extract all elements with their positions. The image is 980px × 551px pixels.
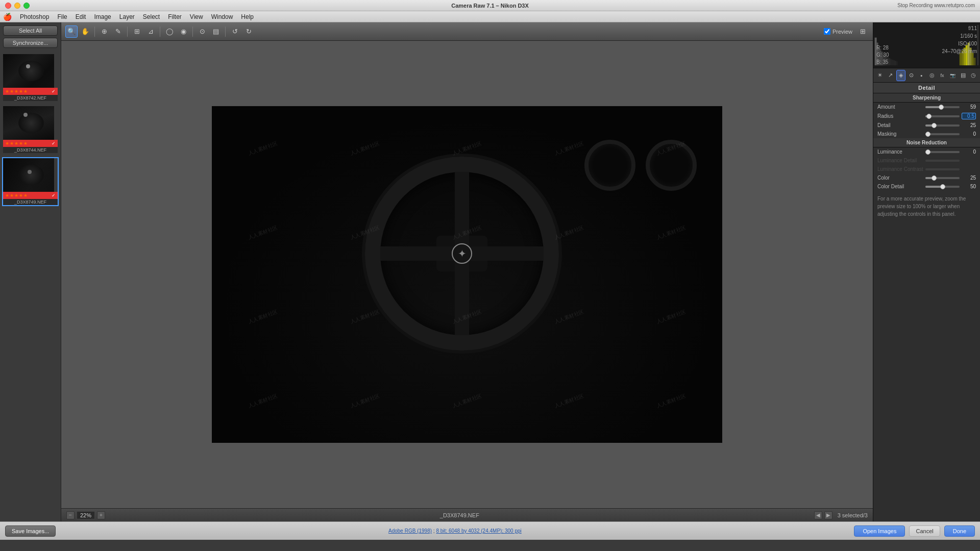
white-balance-button[interactable]: ⊕ <box>98 26 110 38</box>
film-thumbnail-2 <box>3 158 54 192</box>
menu-edit[interactable]: Edit <box>71 12 90 21</box>
next-image-button[interactable]: ▶ <box>824 511 832 519</box>
color-detail-thumb[interactable] <box>940 184 945 189</box>
film-label-0: _D3X8742.NEF <box>3 95 58 101</box>
adj-brush-button[interactable]: ⊙ <box>196 26 208 38</box>
color-row: Color 25 <box>873 173 980 182</box>
film-item-2[interactable]: ★ ★ ★ ★ ★ ✓ _D3X8749.NEF <box>2 157 59 206</box>
main-preview-image: ✦ 人人素材社区 人人素材社区 人人素材社区 人人素材社区 人人素材社区 <box>212 106 722 443</box>
gauge-cluster <box>584 140 697 191</box>
star: ★ <box>5 141 9 146</box>
maximize-button[interactable] <box>23 3 30 9</box>
preview-label[interactable]: Preview <box>824 28 852 35</box>
zoom-out-button[interactable]: − <box>66 511 75 519</box>
menu-view[interactable]: View <box>186 12 207 21</box>
basic-panel-icon[interactable]: ☀ <box>875 70 885 81</box>
color-thumb[interactable] <box>932 176 937 181</box>
filename-display: _D3X8749.NEF <box>110 512 809 518</box>
split-tone-icon[interactable]: ▪ <box>917 70 926 81</box>
color-sampler-button[interactable]: ✎ <box>112 26 124 38</box>
detail-panel-icon[interactable]: ◈ <box>896 70 905 81</box>
film-thumbnail-0 <box>3 54 54 88</box>
amount-thumb[interactable] <box>939 105 944 110</box>
apple-menu[interactable]: 🍎 <box>3 13 12 21</box>
rotate-ccw-button[interactable]: ↺ <box>229 26 241 38</box>
color-slider[interactable] <box>925 177 960 179</box>
cancel-button[interactable]: Cancel <box>909 525 940 537</box>
menu-layer[interactable]: Layer <box>115 12 139 21</box>
stars-row-2: ★ ★ ★ ★ ★ <box>5 193 28 198</box>
menu-filter[interactable]: Filter <box>164 12 186 21</box>
tone-curve-icon[interactable]: ↗ <box>886 70 895 81</box>
hand-tool-button[interactable]: ✋ <box>79 26 91 38</box>
done-button[interactable]: Done <box>944 525 975 537</box>
window-title: Camera Raw 7.1 – Nikon D3X <box>451 3 529 9</box>
grad-filter-button[interactable]: ▤ <box>210 26 222 38</box>
star: ★ <box>23 193 28 198</box>
canvas-area[interactable]: ✦ 人人素材社区 人人素材社区 人人素材社区 人人素材社区 人人素材社区 <box>61 41 873 508</box>
camera-cal-icon[interactable]: 📷 <box>948 70 957 81</box>
luminance-slider[interactable] <box>925 151 960 153</box>
amount-slider[interactable] <box>925 106 960 108</box>
detail-slider[interactable] <box>925 124 960 127</box>
detail-label: Detail <box>877 122 923 128</box>
stars-row-1: ★ ★ ★ ★ ★ <box>5 141 28 146</box>
menu-image[interactable]: Image <box>90 12 115 21</box>
color-value: 25 <box>962 175 976 181</box>
menu-window[interactable]: Window <box>207 12 237 21</box>
crop-button[interactable]: ⊞ <box>131 26 143 38</box>
shutter-value: 1/160 s <box>942 32 977 40</box>
preview-checkbox[interactable] <box>824 28 830 35</box>
color-profile-link[interactable]: Adobe RGB (1998) <box>388 528 432 534</box>
zoom-input[interactable] <box>77 511 95 519</box>
radius-thumb[interactable] <box>926 114 932 119</box>
select-all-button[interactable]: Select All <box>3 26 58 36</box>
fullscreen-button[interactable]: ⊞ <box>856 26 869 38</box>
stars-row-0: ★ ★ ★ ★ ★ <box>5 89 28 94</box>
toolbar: 🔍 ✋ ⊕ ✎ ⊞ ⊿ ◯ ◉ ⊙ ▤ ↺ ↻ <box>61 22 873 41</box>
open-images-button[interactable]: Open Images <box>854 525 905 537</box>
synchronize-button[interactable]: Synchronize... <box>3 38 58 48</box>
preview-text: Preview <box>832 29 852 35</box>
hsl-icon[interactable]: ⊙ <box>906 70 916 81</box>
save-images-button[interactable]: Save Images... <box>5 525 56 537</box>
prev-image-button[interactable]: ◀ <box>814 511 822 519</box>
zoom-in-button[interactable]: + <box>97 511 105 519</box>
film-item-1[interactable]: ★ ★ ★ ★ ★ ✓ _D3X8744.NEF <box>2 105 59 154</box>
zoom-tool-button[interactable]: 🔍 <box>65 26 78 38</box>
fx-icon[interactable]: fx <box>938 70 947 81</box>
image-count: 3 selected/3 <box>838 512 868 518</box>
lens-icon[interactable]: ◎ <box>927 70 936 81</box>
close-button[interactable] <box>5 3 11 9</box>
image-info-link[interactable]: 8 bit; 6048 by 4032 (24.4MP); 300 ppi <box>436 528 521 534</box>
b-value: B: 35 <box>876 59 889 66</box>
hint-text: For a more accurate preview, zoom the pr… <box>873 191 980 222</box>
minimize-button[interactable] <box>14 3 20 9</box>
film-label-1: _D3X8744.NEF <box>3 147 58 153</box>
red-eye-button[interactable]: ◉ <box>177 26 189 38</box>
r-value: R: 28 <box>876 44 889 52</box>
luminance-detail-slider <box>925 160 960 162</box>
luminance-label: Luminance <box>877 149 923 155</box>
snapshots-icon[interactable]: ◷ <box>969 70 978 81</box>
luminance-thumb[interactable] <box>925 149 930 155</box>
spot-removal-button[interactable]: ◯ <box>163 26 176 38</box>
menu-file[interactable]: File <box>53 12 71 21</box>
menu-select[interactable]: Select <box>139 12 164 21</box>
presets-icon[interactable]: ▤ <box>958 70 967 81</box>
star: ★ <box>19 141 23 146</box>
masking-thumb[interactable] <box>925 132 930 137</box>
color-detail-slider[interactable] <box>925 186 960 188</box>
rotate-cw-button[interactable]: ↻ <box>242 26 255 38</box>
menu-photoshop[interactable]: Photoshop <box>16 12 53 21</box>
menu-help[interactable]: Help <box>237 12 258 21</box>
luminance-value: 0 <box>962 149 976 155</box>
color-detail-row: Color Detail 50 <box>873 182 980 191</box>
film-item-0[interactable]: ★ ★ ★ ★ ★ ✓ _D3X8742.NEF <box>2 53 59 102</box>
straighten-button[interactable]: ⊿ <box>144 26 157 38</box>
g-value: G: 30 <box>876 52 889 59</box>
masking-slider[interactable] <box>925 133 960 135</box>
radius-slider[interactable] <box>925 115 960 117</box>
detail-thumb[interactable] <box>932 123 937 128</box>
star: ★ <box>19 193 23 198</box>
